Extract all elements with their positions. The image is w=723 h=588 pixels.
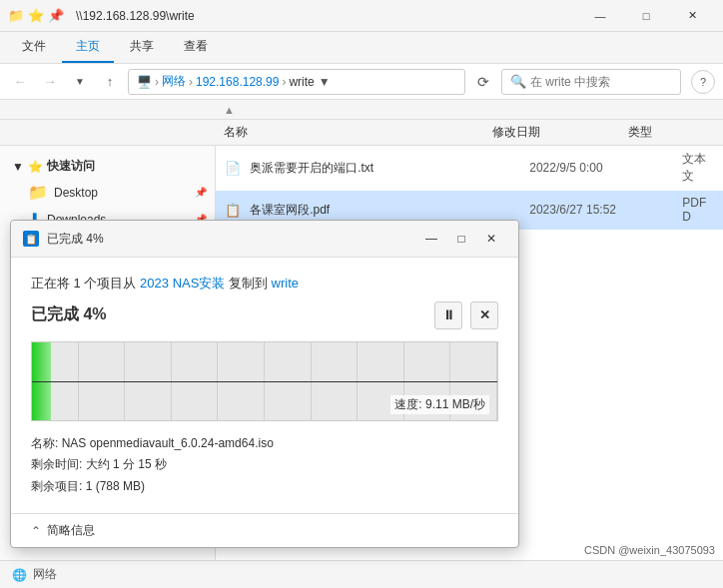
dialog-percent-row: 已完成 4% ⏸ ✕ xyxy=(31,301,498,329)
dialog-title-bar: 📋 已完成 4% — □ ✕ xyxy=(11,221,518,258)
progress-speed: 速度: 9.11 MB/秒 xyxy=(390,395,489,414)
search-icon: 🔍 xyxy=(510,74,526,89)
network-label: 网络 xyxy=(33,566,57,583)
maximize-button[interactable]: □ xyxy=(623,0,669,32)
address-path[interactable]: 🖥️ › 网络 › 192.168.128.99 › write ▼ xyxy=(128,69,465,95)
tab-file[interactable]: 文件 xyxy=(8,32,60,63)
file-date-1: 2022/9/5 0:00 xyxy=(529,161,674,175)
file-name-info: 名称: NAS openmediavault_6.0.24-amd64.iso xyxy=(31,433,498,455)
desktop-folder-icon: 📁 xyxy=(28,183,48,202)
progress-line xyxy=(32,381,497,382)
dialog-info: 名称: NAS openmediavault_6.0.24-amd64.iso … xyxy=(31,433,498,498)
quick-access-label: 快速访问 xyxy=(47,158,95,175)
progress-dialog: 📋 已完成 4% — □ ✕ 正在将 1 个项目从 2023 NAS安装 复制到… xyxy=(10,220,519,548)
close-button[interactable]: ✕ xyxy=(669,0,715,32)
help-button[interactable]: ? xyxy=(691,70,715,94)
pause-button[interactable]: ⏸ xyxy=(434,301,462,329)
dialog-minimize-btn[interactable]: — xyxy=(416,227,446,251)
dialog-actions: ⏸ ✕ xyxy=(434,301,498,329)
address-bar: ← → ▼ ↑ 🖥️ › 网络 › 192.168.128.99 › write… xyxy=(0,64,723,100)
col-header-name[interactable]: 名称 xyxy=(216,124,484,141)
back-button[interactable]: ← xyxy=(8,70,32,94)
status-bar: 🌐 网络 xyxy=(0,560,723,588)
chevron-icon: ▼ xyxy=(12,160,24,174)
time-remaining-info: 剩余时间: 大约 1 分 15 秒 xyxy=(31,454,498,476)
dialog-footer[interactable]: ⌃ 简略信息 xyxy=(11,513,518,547)
file-type-1: 文本文 xyxy=(682,151,715,185)
progress-container: 速度: 9.11 MB/秒 xyxy=(31,341,498,421)
sidebar-item-desktop-label: Desktop xyxy=(54,186,98,200)
pdf-file-icon: 📋 xyxy=(224,200,242,220)
file-name-2: 各课室网段.pdf xyxy=(250,202,521,219)
dialog-description: 正在将 1 个项目从 2023 NAS安装 复制到 write xyxy=(31,274,498,294)
search-input[interactable] xyxy=(530,75,672,89)
copy-icon: 📋 xyxy=(25,234,37,245)
col-header-type[interactable]: 类型 xyxy=(620,124,723,141)
dialog-title-icon: 📋 xyxy=(23,231,39,247)
file-type-2: PDF D xyxy=(682,196,715,224)
description-prefix: 正在将 1 个项目从 xyxy=(31,276,136,291)
star-icon: ⭐ xyxy=(28,160,43,174)
quick-access-header[interactable]: ▼ ⭐ 快速访问 xyxy=(0,154,215,179)
minimize-button[interactable]: — xyxy=(577,0,623,32)
dialog-maximize-btn[interactable]: □ xyxy=(446,227,476,251)
path-current: write xyxy=(289,75,314,89)
description-mid: 复制到 xyxy=(229,276,268,291)
dialog-body: 正在将 1 个项目从 2023 NAS安装 复制到 write 已完成 4% ⏸… xyxy=(11,258,518,513)
file-name-1: 奥派需要开启的端口.txt xyxy=(250,160,521,177)
desktop-pin-icon: 📌 xyxy=(195,187,207,198)
pin-icon-title: 📌 xyxy=(48,8,64,24)
up-button[interactable]: ↑ xyxy=(98,70,122,94)
col-header-date[interactable]: 修改日期 xyxy=(484,124,620,141)
quick-access-icon: ⭐ xyxy=(28,8,44,24)
sort-up-arrow[interactable]: ▲ xyxy=(216,104,243,116)
title-bar: 📁 ⭐ 📌 \\192.168.128.99\write — □ ✕ xyxy=(0,0,723,32)
window-controls: — □ ✕ xyxy=(577,0,715,32)
path-separator-1: › xyxy=(155,75,159,89)
refresh-button[interactable]: ⟳ xyxy=(471,70,495,94)
ribbon-tabs: 文件 主页 共享 查看 xyxy=(0,32,723,63)
table-row[interactable]: 📄 奥派需要开启的端口.txt 2022/9/5 0:00 文本文 xyxy=(216,146,723,191)
window-title: \\192.168.128.99\write xyxy=(76,9,571,23)
txt-file-icon: 📄 xyxy=(224,158,242,178)
column-headers: 名称 修改日期 类型 xyxy=(0,120,723,146)
dialog-window-controls: — □ ✕ xyxy=(416,227,506,251)
network-icon-status: 🌐 xyxy=(12,568,27,582)
sidebar-item-desktop[interactable]: 📁 Desktop 📌 xyxy=(0,179,215,206)
search-box: 🔍 xyxy=(501,69,681,95)
footer-chevron-icon: ⌃ xyxy=(31,524,41,538)
path-network[interactable]: 网络 xyxy=(162,73,186,90)
watermark: CSDN @weixin_43075093 xyxy=(584,544,715,556)
file-date-2: 2023/6/27 15:52 xyxy=(529,203,674,217)
path-dropdown-arrow[interactable]: ▼ xyxy=(319,75,331,89)
items-remaining-info: 剩余项目: 1 (788 MB) xyxy=(31,476,498,498)
path-separator-3: › xyxy=(282,75,286,89)
copy-source: 2023 NAS安装 xyxy=(140,276,225,291)
footer-text: 简略信息 xyxy=(47,522,95,539)
dropdown-button[interactable]: ▼ xyxy=(68,70,92,94)
path-ip[interactable]: 192.168.128.99 xyxy=(196,75,279,89)
tab-view[interactable]: 查看 xyxy=(170,32,222,63)
tab-share[interactable]: 共享 xyxy=(116,32,168,63)
title-bar-icons: 📁 ⭐ 📌 xyxy=(8,8,64,24)
tab-home[interactable]: 主页 xyxy=(62,32,114,63)
copy-destination: write xyxy=(272,276,299,291)
percent-label: 已完成 4% xyxy=(31,304,107,325)
dialog-title-text: 已完成 4% xyxy=(47,231,408,248)
ribbon: 文件 主页 共享 查看 xyxy=(0,32,723,64)
dialog-close-btn[interactable]: ✕ xyxy=(476,227,506,251)
path-separator-2: › xyxy=(189,75,193,89)
path-folder-icon: 🖥️ xyxy=(137,75,152,89)
stop-button[interactable]: ✕ xyxy=(470,301,498,329)
forward-button[interactable]: → xyxy=(38,70,62,94)
folder-icon-title: 📁 xyxy=(8,8,24,24)
